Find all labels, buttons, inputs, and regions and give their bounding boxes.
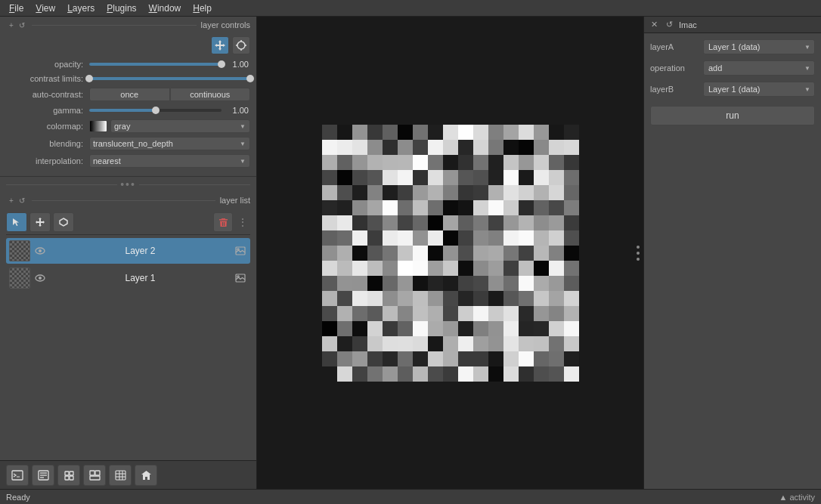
- svg-rect-18: [70, 476, 73, 480]
- widget-btn[interactable]: [83, 465, 106, 486]
- status-bar: Ready ▲ activity: [0, 489, 821, 504]
- svg-rect-10: [12, 471, 23, 480]
- select-tool-btn[interactable]: [6, 212, 27, 232]
- svg-rect-15: [65, 472, 69, 475]
- left-panel: + ↺ layer controls: [0, 17, 257, 489]
- layer-controls-header: + ↺ layer controls: [0, 17, 256, 32]
- colormap-dropdown[interactable]: gray viridis plasma: [110, 119, 250, 133]
- transform-icon-btn[interactable]: [232, 36, 250, 54]
- svg-rect-17: [65, 476, 69, 480]
- colormap-row: colormap: gray viridis plasma: [6, 119, 250, 133]
- menu-help[interactable]: Help: [187, 2, 218, 15]
- svg-rect-16: [70, 472, 73, 475]
- section-dots: •••: [117, 178, 139, 190]
- bottom-toolbar: [0, 460, 256, 489]
- auto-contrast-row: auto-contrast: once continuous: [6, 88, 250, 101]
- layer-name-2: Layer 2: [50, 246, 231, 256]
- ready-status: Ready: [6, 493, 30, 502]
- svg-point-0: [237, 42, 245, 49]
- layerB-row: layerB Layer 1 (data) Layer 2 (data): [650, 82, 815, 97]
- operation-dropdown[interactable]: add subtract multiply divide: [703, 60, 815, 76]
- layer-list-section: ⋮ Layer 2: [0, 207, 256, 460]
- canvas-area[interactable]: [257, 17, 643, 489]
- colormap-dropdown-wrapper: gray viridis plasma: [110, 119, 250, 133]
- layer-item-1[interactable]: Layer 1: [6, 265, 250, 291]
- layer-eye-1[interactable]: [33, 271, 47, 285]
- auto-contrast-continuous-btn[interactable]: continuous: [170, 88, 251, 101]
- menu-file[interactable]: File: [3, 2, 29, 15]
- blending-dropdown[interactable]: translucent_no_depth translucent additiv…: [89, 137, 250, 150]
- operation-row: operation add subtract multiply divide: [650, 60, 815, 76]
- auto-contrast-buttons: once continuous: [89, 88, 250, 101]
- add-layer-icon[interactable]: +: [6, 20, 17, 30]
- interpolation-row: interpolation: nearest linear cubic: [6, 154, 250, 168]
- gamma-label: gamma:: [6, 106, 89, 115]
- layerA-dropdown[interactable]: Layer 1 (data) Layer 2 (data): [703, 39, 815, 54]
- layer-eye-2[interactable]: [33, 244, 47, 258]
- opacity-slider[interactable]: [89, 59, 222, 70]
- right-panel: ✕ ↺ Imac layerA Layer 1 (data) Layer 2 (…: [643, 17, 821, 489]
- layer-list-header: + ↺ layer list: [0, 192, 256, 207]
- layer-thumb-1: [9, 267, 30, 289]
- layer-list-title: layer list: [220, 196, 250, 205]
- main-area: + ↺ layer controls: [0, 17, 821, 489]
- svg-rect-22: [116, 471, 125, 480]
- refresh-layer-list-icon[interactable]: ↺: [17, 195, 27, 206]
- gamma-slider[interactable]: [89, 105, 222, 116]
- interpolation-dropdown[interactable]: nearest linear cubic: [89, 154, 250, 168]
- grid-btn[interactable]: [109, 465, 132, 486]
- pan-tool-btn[interactable]: [29, 212, 51, 232]
- menu-plugins[interactable]: Plugins: [101, 2, 142, 15]
- home-btn[interactable]: [135, 465, 157, 486]
- layerB-dropdown[interactable]: Layer 1 (data) Layer 2 (data): [703, 82, 815, 97]
- opacity-label: opacity:: [6, 60, 89, 69]
- layer-img-icon-2: [234, 244, 247, 258]
- right-panel-content: layerA Layer 1 (data) Layer 2 (data) ope…: [644, 33, 821, 131]
- move-controls-row: [6, 36, 250, 54]
- gamma-row: gamma: 1.00: [6, 105, 250, 116]
- refresh-icon[interactable]: ↺: [17, 20, 27, 30]
- contrast-label: contrast limits:: [6, 74, 89, 83]
- colormap-swatch: [89, 120, 107, 132]
- plugin-btn[interactable]: [57, 465, 80, 486]
- add-layer-list-icon[interactable]: +: [6, 195, 17, 206]
- delete-layer-btn[interactable]: [213, 212, 233, 232]
- section-divider: •••: [0, 177, 256, 192]
- layer-item-2[interactable]: Layer 2: [6, 238, 250, 264]
- interpolation-dropdown-wrapper: nearest linear cubic: [89, 154, 250, 168]
- opacity-row: opacity: 1.00: [6, 59, 250, 70]
- activity-btn[interactable]: ▲ activity: [779, 493, 815, 502]
- layerB-label: layerB: [650, 85, 703, 94]
- menu-view[interactable]: View: [29, 2, 61, 15]
- layerA-row: layerA Layer 1 (data) Layer 2 (data): [650, 39, 815, 54]
- svg-rect-19: [90, 471, 94, 475]
- layerB-dropdown-wrapper: Layer 1 (data) Layer 2 (data): [703, 82, 815, 97]
- layer-controls-title: layer controls: [201, 20, 250, 29]
- svg-marker-1: [60, 218, 67, 226]
- contrast-row: contrast limits:: [6, 73, 250, 84]
- polygon-tool-btn[interactable]: [53, 212, 74, 232]
- svg-point-7: [39, 277, 42, 280]
- right-edge-handle[interactable]: [633, 246, 643, 261]
- run-button[interactable]: run: [650, 106, 815, 125]
- menu-window[interactable]: Window: [143, 2, 187, 15]
- auto-contrast-label: auto-contrast:: [6, 90, 89, 99]
- console-btn[interactable]: [6, 465, 29, 486]
- auto-contrast-once-btn[interactable]: once: [89, 88, 170, 101]
- panel-title: Imac: [679, 20, 697, 29]
- layer-toolbar: ⋮: [6, 210, 250, 235]
- colormap-label: colormap:: [6, 122, 89, 131]
- move-icon-btn[interactable]: [211, 36, 229, 54]
- layerA-label: layerA: [650, 42, 703, 51]
- script-btn[interactable]: [32, 465, 54, 486]
- blending-row: blending: translucent_no_depth transluce…: [6, 137, 250, 150]
- layer-more-btn[interactable]: ⋮: [235, 216, 250, 228]
- operation-dropdown-wrapper: add subtract multiply divide: [703, 60, 815, 76]
- close-panel-icon[interactable]: ✕: [649, 20, 659, 30]
- menu-layers[interactable]: Layers: [61, 2, 101, 15]
- refresh-panel-icon[interactable]: ↺: [664, 20, 674, 30]
- colormap-wrapper: gray viridis plasma: [89, 119, 250, 133]
- contrast-slider[interactable]: [89, 73, 250, 84]
- opacity-value: 1.00: [222, 60, 250, 69]
- layer-thumb-2: [9, 240, 30, 261]
